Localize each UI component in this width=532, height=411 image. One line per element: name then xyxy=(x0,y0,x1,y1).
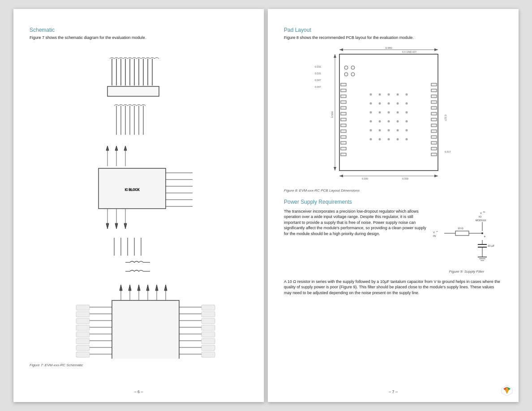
svg-rect-147 xyxy=(431,136,437,138)
svg-point-158 xyxy=(379,120,381,122)
svg-marker-37 xyxy=(124,223,127,229)
svg-marker-81 xyxy=(120,285,122,291)
power-supply-content-row: The transceiver incorporates a precision… xyxy=(284,209,502,274)
svg-rect-61 xyxy=(76,338,90,344)
power-supply-text-block: The transceiver incorporates a precision… xyxy=(284,209,426,274)
svg-rect-78 xyxy=(202,345,215,351)
svg-text:10 μF: 10 μF xyxy=(488,244,495,247)
schematic-figure-caption: Figure 7: EVM-xxx-RC Schematic xyxy=(30,363,248,367)
svg-point-171 xyxy=(388,129,390,131)
svg-text:MODULE: MODULE xyxy=(476,219,486,222)
svg-text:0.317: 0.317 xyxy=(445,150,451,153)
svg-point-122 xyxy=(351,66,355,69)
svg-rect-143 xyxy=(431,112,437,115)
page-left: Schematic Figure 7 shows the schematic d… xyxy=(13,9,264,402)
svg-rect-75 xyxy=(202,325,215,330)
svg-marker-183 xyxy=(434,175,438,177)
svg-rect-77 xyxy=(202,338,215,344)
svg-text:0.300: 0.300 xyxy=(362,177,368,180)
svg-point-172 xyxy=(397,129,399,131)
svg-text:V: V xyxy=(480,212,482,214)
svg-rect-137 xyxy=(341,153,346,156)
svg-point-164 xyxy=(397,93,399,95)
svg-rect-149 xyxy=(431,147,437,150)
svg-text:0.047: 0.047 xyxy=(315,86,321,88)
supply-filter-circuit: V cc IO MODULE V cc IN xyxy=(431,209,502,274)
svg-point-178 xyxy=(406,120,408,122)
svg-text:V: V xyxy=(433,231,435,234)
svg-point-123 xyxy=(344,73,348,76)
svg-text:0.031: 0.031 xyxy=(315,72,321,75)
svg-rect-79 xyxy=(202,352,215,357)
svg-marker-87 xyxy=(146,285,149,291)
svg-point-156 xyxy=(379,111,381,113)
svg-point-153 xyxy=(370,102,372,104)
pad-layout-section: Pad Layout Figure 8 shows the recommende… xyxy=(284,27,502,41)
svg-marker-109 xyxy=(339,48,343,51)
svg-text:IO: IO xyxy=(479,215,482,218)
svg-text:0.4 GND.027: 0.4 GND.027 xyxy=(402,51,416,53)
svg-point-200 xyxy=(481,232,483,234)
svg-point-167 xyxy=(388,111,390,113)
svg-rect-76 xyxy=(202,332,215,337)
svg-marker-110 xyxy=(434,48,438,51)
page-right: Pad Layout Figure 8 shows the recommende… xyxy=(268,9,519,402)
svg-point-159 xyxy=(370,129,372,131)
svg-point-173 xyxy=(388,138,390,140)
svg-point-162 xyxy=(379,138,381,140)
schematic-intro: Figure 7 shows the schematic diagram for… xyxy=(30,35,248,41)
pad-layout-title: Pad Layout xyxy=(284,27,502,33)
svg-rect-135 xyxy=(341,141,346,144)
pad-layout-diagram: 0.900 3.500 0.031 0.031 0.047 0.047 0.32… xyxy=(284,45,502,184)
svg-text:3.500: 3.500 xyxy=(331,111,334,118)
svg-rect-144 xyxy=(431,118,437,121)
svg-rect-130 xyxy=(341,112,346,115)
svg-rect-10 xyxy=(107,86,159,96)
svg-point-170 xyxy=(397,120,399,122)
svg-marker-182 xyxy=(339,175,343,177)
svg-text:cc: cc xyxy=(483,211,485,213)
svg-rect-133 xyxy=(341,130,346,133)
svg-rect-145 xyxy=(431,124,437,127)
svg-marker-85 xyxy=(137,285,140,291)
svg-point-165 xyxy=(388,102,390,104)
svg-rect-126 xyxy=(341,89,346,92)
svg-point-157 xyxy=(370,120,372,122)
schematic-diagram: IC BLOCK xyxy=(30,45,248,359)
svg-text:0.327: 0.327 xyxy=(444,115,447,121)
svg-rect-142 xyxy=(431,107,437,109)
svg-point-160 xyxy=(379,129,381,131)
svg-marker-33 xyxy=(106,223,109,229)
svg-point-161 xyxy=(370,138,372,140)
svg-text:IC BLOCK: IC BLOCK xyxy=(124,188,139,191)
svg-point-166 xyxy=(397,102,399,104)
svg-text:10 Ω: 10 Ω xyxy=(458,227,463,230)
svg-marker-113 xyxy=(334,54,336,58)
svg-text:IN: IN xyxy=(433,235,436,237)
svg-point-175 xyxy=(406,93,408,95)
svg-rect-139 xyxy=(431,89,437,92)
left-page-number: – 6 – xyxy=(13,390,264,394)
svg-rect-63 xyxy=(76,352,90,357)
svg-rect-197 xyxy=(455,231,469,235)
svg-rect-132 xyxy=(341,124,346,127)
svg-point-180 xyxy=(406,138,408,140)
svg-point-163 xyxy=(388,93,390,95)
svg-rect-131 xyxy=(341,118,346,121)
svg-point-174 xyxy=(397,138,399,140)
svg-rect-136 xyxy=(341,147,346,150)
svg-rect-127 xyxy=(341,95,346,98)
pad-figure-caption: Figure 8: EVM-xxx-RC PCB Layout Dimensio… xyxy=(284,188,502,193)
logo-area xyxy=(501,384,514,398)
svg-rect-140 xyxy=(431,95,437,98)
svg-rect-129 xyxy=(341,107,346,109)
svg-rect-58 xyxy=(76,318,90,324)
svg-marker-21 xyxy=(115,146,118,150)
svg-point-121 xyxy=(344,66,348,69)
svg-rect-128 xyxy=(341,101,346,103)
svg-text:0.900: 0.900 xyxy=(385,47,392,49)
svg-rect-74 xyxy=(202,318,215,324)
svg-rect-125 xyxy=(341,83,346,86)
svg-rect-47 xyxy=(112,300,179,359)
power-supply-body-1: The transceiver incorporates a precision… xyxy=(284,209,426,237)
